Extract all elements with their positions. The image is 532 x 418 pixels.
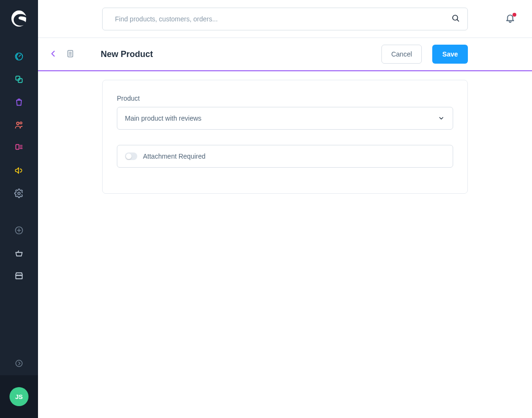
sidebar-collapse-button[interactable] xyxy=(0,352,38,375)
back-button[interactable] xyxy=(48,48,59,60)
save-button[interactable]: Save xyxy=(432,45,468,64)
sidebar-item-storefront[interactable] xyxy=(0,265,38,288)
gear-icon xyxy=(14,189,24,200)
basket-icon xyxy=(14,248,24,259)
main: New Product Cancel Save Product Main pro… xyxy=(38,0,532,418)
layout-list-icon xyxy=(14,143,24,154)
chevron-left-icon xyxy=(49,49,57,59)
attachment-required-toggle[interactable] xyxy=(125,152,137,160)
gauge-icon xyxy=(14,52,24,63)
product-select-value: Main product with reviews xyxy=(125,114,201,122)
topbar xyxy=(38,0,532,38)
sidebar-item-customers[interactable] xyxy=(0,114,38,137)
sidebar-item-plus[interactable] xyxy=(0,219,38,242)
overlap-squares-icon xyxy=(14,75,24,86)
product-form-card: Product Main product with reviews Attach… xyxy=(102,80,468,194)
avatar: JS xyxy=(10,387,28,406)
sidebar-item-dashboard[interactable] xyxy=(0,46,38,68)
content-area: Product Main product with reviews Attach… xyxy=(38,71,532,418)
sidebar-item-catalogues[interactable] xyxy=(0,68,38,91)
shopping-bag-icon xyxy=(14,97,24,108)
user-menu[interactable]: JS xyxy=(0,375,38,418)
document-list-icon xyxy=(66,49,75,59)
search-input[interactable] xyxy=(102,8,468,30)
chevron-down-icon xyxy=(437,114,445,122)
attachment-required-row: Attachment Required xyxy=(117,145,453,168)
list-view-button[interactable] xyxy=(65,48,76,60)
page-header: New Product Cancel Save xyxy=(38,38,532,71)
search-button[interactable] xyxy=(450,13,461,25)
toggle-knob xyxy=(126,153,132,159)
sidebar-item-settings[interactable] xyxy=(0,182,38,205)
sidebar-item-content[interactable] xyxy=(0,137,38,160)
product-select[interactable]: Main product with reviews xyxy=(117,107,453,130)
sidebar-item-orders[interactable] xyxy=(0,91,38,114)
sidebar-nav-primary xyxy=(0,46,38,205)
notification-unread-dot xyxy=(513,13,516,17)
svg-point-4 xyxy=(20,122,22,124)
svg-point-3 xyxy=(17,122,19,124)
sidebar-item-marketing[interactable] xyxy=(0,160,38,182)
attachment-required-label: Attachment Required xyxy=(143,152,206,160)
storefront-icon xyxy=(14,271,24,282)
svg-point-9 xyxy=(18,192,20,194)
cancel-button[interactable]: Cancel xyxy=(381,45,422,64)
sidebar-nav-secondary xyxy=(0,219,38,288)
sidebar-item-basket[interactable] xyxy=(0,242,38,265)
chevron-circle-right-icon xyxy=(15,359,23,369)
shopware-logo-icon xyxy=(11,10,27,28)
svg-line-15 xyxy=(457,19,458,21)
plus-circle-icon xyxy=(14,226,24,237)
page-title: New Product xyxy=(101,49,153,59)
product-field-label: Product xyxy=(117,95,453,102)
users-icon xyxy=(14,120,24,131)
sidebar-bottom: JS xyxy=(0,352,38,418)
search-icon xyxy=(451,14,460,24)
app-logo[interactable] xyxy=(0,0,38,38)
avatar-initials: JS xyxy=(15,393,23,400)
svg-rect-5 xyxy=(16,144,19,149)
global-search xyxy=(102,8,468,30)
svg-point-13 xyxy=(16,360,22,367)
megaphone-icon xyxy=(14,166,24,177)
sidebar: JS xyxy=(0,0,38,418)
notifications-button[interactable] xyxy=(504,13,516,25)
